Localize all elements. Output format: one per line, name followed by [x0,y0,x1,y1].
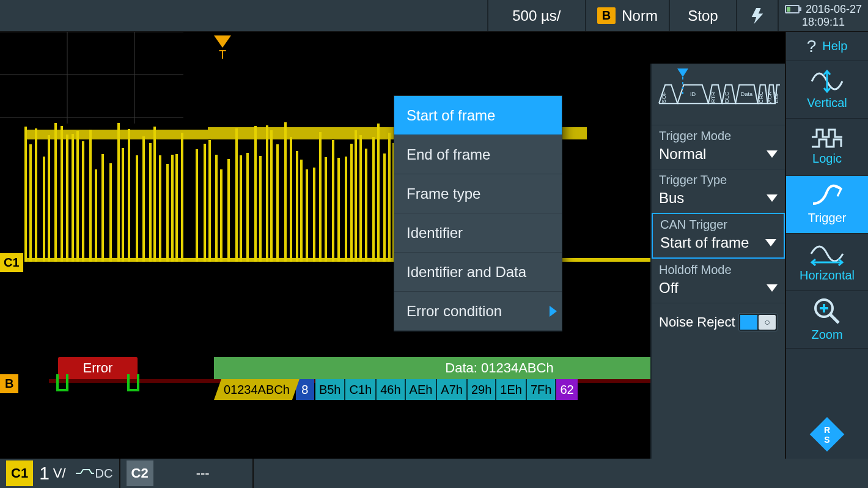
decode-dlc: 8 [296,379,314,400]
svg-text:ACK: ACK [767,92,773,103]
can-trigger-value: Start of frame [660,234,749,251]
trigger-mode-indicator[interactable]: B Norm [585,0,669,31]
sidebar-item-label: Logic [812,152,842,166]
noise-reject-label: Noise Reject [659,314,735,330]
trigger-mode-value: Normal [659,146,706,163]
decode-byte: C1h [345,379,377,400]
holdoff-caption: Holdoff Mode [659,263,778,277]
logic-icon [811,128,844,149]
chevron-down-icon [767,194,778,202]
quick-action-button[interactable] [736,0,778,31]
field-trigger-type[interactable]: Trigger Type Bus [652,169,785,213]
sidebar-item-horizontal[interactable]: Horizontal [786,234,868,291]
vertical-icon [811,69,844,94]
svg-text:CRC: CRC [758,91,764,103]
decode-frame-bytes: 01234ABCh 8 B5hC1h46hAEhA7h29h1Eh7Fh 62 [214,379,578,400]
menu-item-frame-type[interactable]: Frame type [394,174,562,213]
decode-byte: 29h [468,379,496,400]
trigger-t-label: T [214,48,231,62]
battery-icon [785,5,800,13]
decode-tail: 62 [556,379,577,400]
brand-logo: R S [786,349,868,459]
svg-text:RTR: RTR [710,91,716,103]
horizontal-icon [809,242,845,266]
rs-logo-icon: R S [809,416,845,453]
menu-item-start-of-frame[interactable]: Start of frame [394,96,562,135]
svg-text:ID: ID [690,91,696,97]
chevron-down-icon [767,150,778,158]
menu-item-error-condition[interactable]: Error condition [394,292,562,331]
svg-text:S: S [824,435,829,445]
sidebar-item-label: Trigger [808,211,847,225]
clock: 2016-06-27 18:09:11 [778,0,868,31]
decode-byte: A7h [437,379,468,400]
decode-byte: 1Eh [496,379,527,400]
trigger-settings-panel: SOF ID RTR DLC Data CRC ACK EOF Trigger … [650,64,785,459]
trigger-mode-caption: Trigger Mode [659,129,778,143]
norm-label: Norm [622,7,658,24]
sidebar-item-vertical[interactable]: Vertical [786,61,868,119]
decode-byte: AEh [406,379,438,400]
svg-text:DLC: DLC [724,92,730,103]
can-trigger-menu: Start of frameEnd of frameFrame typeIden… [394,95,562,331]
sidebar-item-trigger[interactable]: Trigger [786,176,868,234]
channel-c1-handle[interactable]: C1 [0,253,23,272]
run-stop-button[interactable]: Stop [669,0,736,31]
trigger-level-marker[interactable] [677,68,688,95]
channel-c1-button[interactable]: C1 1 V/ DC [0,459,120,488]
sidebar-help[interactable]: ? Help [786,32,868,61]
autoset-icon [748,7,767,25]
top-bar: 500 µs/ B Norm Stop 2016-06-27 18:09:11 [0,0,868,32]
trigger-icon [811,184,844,209]
field-can-trigger[interactable]: CAN Trigger Start of frame [652,213,785,259]
trigger-type-value: Bus [659,190,684,207]
menu-item-identifier-and-data[interactable]: Identifier and Data [394,253,562,292]
bus-badge: B [597,7,616,24]
channel-c2-button[interactable]: C2 --- [120,459,254,488]
waveform-stage[interactable]: T C1 B [ [0,300,36],[320,600,40],[640,90… [0,32,785,459]
bus-b-handle[interactable]: B [0,374,18,393]
date: 2016-06-27 [806,3,862,16]
time: 18:09:11 [802,16,845,29]
channel-scale: 1 [39,463,50,484]
sidebar-item-label: Vertical [807,96,847,110]
menu-item-identifier[interactable]: Identifier [394,213,562,253]
menu-item-end-of-frame[interactable]: End of frame [394,135,562,174]
probe-icon [75,468,95,479]
holdoff-value: Off [659,279,679,297]
frame-diagram-svg: SOF ID RTR DLC Data CRC ACK EOF [657,68,780,120]
field-holdoff-mode[interactable]: Holdoff Mode Off [652,259,785,303]
svg-text:R: R [824,425,830,435]
sidebar-item-logic[interactable]: Logic [786,119,868,176]
help-label: Help [822,39,847,53]
trigger-type-caption: Trigger Type [659,173,778,187]
zoom-icon [813,297,841,325]
noise-reject-row[interactable]: Noise Reject ○ [652,303,785,341]
chevron-down-icon [767,284,778,292]
timebase-readout[interactable]: 500 µs/ [487,0,585,31]
trigger-position-marker[interactable]: T [214,35,231,62]
field-trigger-mode[interactable]: Trigger Mode Normal [652,125,785,169]
channel-coupling: DC [95,467,113,481]
decode-error-badge: Error [58,357,138,379]
decode-byte: 7Fh [527,379,556,400]
decode-byte: 46h [377,379,405,400]
channel-tag: C2 [127,460,153,486]
graticule [0,32,183,124]
channel-bar: C1 1 V/ DC C2 --- [0,459,868,488]
decode-identifier: 01234ABCh [214,379,300,400]
sidebar: ? Help Vertical Logic [785,32,868,459]
svg-text:SOF: SOF [661,91,667,103]
can-frame-diagram: SOF ID RTR DLC Data CRC ACK EOF [652,64,785,125]
noise-reject-toggle[interactable]: ○ [738,313,778,331]
svg-text:Data: Data [741,91,753,97]
decode-byte: B5h [315,379,346,400]
sidebar-item-zoom[interactable]: Zoom [786,291,868,349]
bottombar-blank [254,459,868,488]
help-icon: ? [807,37,817,56]
sidebar-item-label: Horizontal [800,268,855,283]
channel-c2-value: --- [196,465,210,481]
run-state: Stop [688,7,718,24]
topbar-spacer [0,0,487,31]
sidebar-item-label: Zoom [811,328,842,342]
